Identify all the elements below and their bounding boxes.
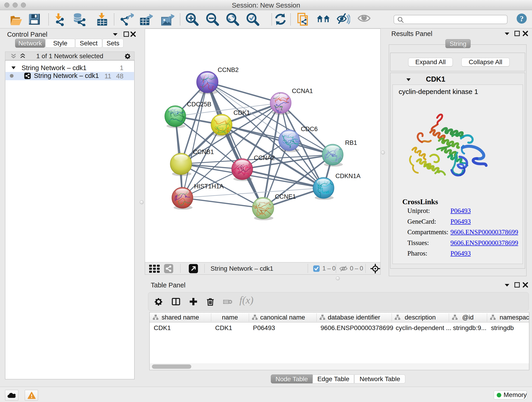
column-type-icon <box>490 314 496 320</box>
control-panel-menu-icon[interactable] <box>112 32 119 37</box>
hide-selected-icon[interactable] <box>336 12 350 26</box>
open-view-icon[interactable] <box>189 264 198 273</box>
crosslinks-title: CrossLinks <box>402 198 438 206</box>
help-button[interactable]: ? <box>516 13 527 24</box>
export-network-icon[interactable] <box>120 12 134 26</box>
node-CDC25B[interactable] <box>165 105 192 128</box>
network-list: String Network – cdk1 1 String Network –… <box>5 60 134 379</box>
tab-network[interactable]: Network <box>15 39 45 48</box>
tab-node-table[interactable]: Node Table <box>271 375 312 383</box>
crosslink-link[interactable]: P06493 <box>450 249 471 257</box>
column-header-shared-name[interactable]: shared name <box>150 314 211 321</box>
collapse-all-button[interactable]: Collapse All <box>462 58 510 66</box>
cell-shared-name: CDK1 <box>154 324 171 332</box>
tab-style[interactable]: Style <box>45 39 75 48</box>
edge-CCNE1-HIST1H1A[interactable] <box>182 198 263 208</box>
search-input[interactable] <box>407 16 503 23</box>
function-builder-icon[interactable]: f(x) <box>239 294 253 306</box>
node-label-CCNB2: CCNB2 <box>218 66 239 73</box>
delete-column-icon[interactable] <box>206 297 215 306</box>
crosslink-link[interactable]: 9606.ENSP00000378699 <box>450 239 518 247</box>
node-CCNA2[interactable] <box>232 159 254 181</box>
add-column-icon[interactable] <box>189 297 198 306</box>
import-network-database-icon[interactable] <box>72 12 86 26</box>
network-selection-summary: 1 of 1 Network selected <box>5 52 134 60</box>
grid-mode-icon[interactable] <box>149 264 160 273</box>
control-panel-close-icon[interactable] <box>130 31 136 37</box>
home-icon[interactable] <box>317 12 330 26</box>
crosslink-link[interactable]: P06493 <box>450 218 471 225</box>
zoom-out-icon[interactable] <box>206 12 219 26</box>
export-table-icon[interactable] <box>139 12 153 26</box>
control-panel: Control Panel NetworkStyleSelectSets 1 o… <box>2 29 137 382</box>
search-box <box>394 15 507 24</box>
cell-description: cyclin-dependent ... <box>396 324 451 332</box>
copy-style-icon[interactable] <box>297 12 310 26</box>
column-type-icon <box>319 314 326 320</box>
network-view[interactable]: CCNB2CCNA1CDC25BCDK1CDC6RB1CCNB1CCNA2CDK… <box>145 29 380 262</box>
gene-expander-icon[interactable] <box>406 78 411 82</box>
save-session-icon[interactable] <box>27 12 41 26</box>
cloud-button[interactable] <box>5 390 18 401</box>
warning-button[interactable] <box>25 390 38 401</box>
tab-edge-table[interactable]: Edge Table <box>313 375 354 383</box>
first-neighbors-icon[interactable] <box>273 12 287 26</box>
network-name: String Network – cdk1 <box>34 72 99 80</box>
tab-select[interactable]: Select <box>75 39 102 48</box>
zoom-selected-icon[interactable] <box>246 12 260 26</box>
crosslink-link[interactable]: 9606.ENSP00000378699 <box>450 228 518 236</box>
network-row[interactable]: String Network – cdk1 11 48 <box>6 72 134 80</box>
gene-section-header[interactable]: CDK1 <box>390 73 525 85</box>
cell--id: stringdb:9... <box>453 324 486 332</box>
left-splitter-handle[interactable] <box>140 200 144 204</box>
zoom-in-icon[interactable] <box>185 12 199 26</box>
table-panel-close-icon[interactable] <box>522 282 528 288</box>
node-RB1[interactable] <box>322 144 352 167</box>
table-panel-float-icon[interactable] <box>514 282 520 288</box>
import-table-icon[interactable] <box>95 12 109 26</box>
node-CDC6[interactable] <box>279 130 302 152</box>
column-header-database-identifier[interactable]: database identifier <box>317 314 392 321</box>
birdseye-icon[interactable] <box>370 264 380 274</box>
node-HIST1H1A[interactable] <box>172 187 195 210</box>
results-panel-float-icon[interactable] <box>514 31 520 36</box>
open-session-icon[interactable] <box>9 12 23 26</box>
node-label-CCNE1: CCNE1 <box>275 193 296 200</box>
column-header-canonical-name[interactable]: canonical name <box>249 314 317 321</box>
bottom-splitter-handle[interactable] <box>336 276 340 280</box>
column-type-icon <box>252 314 258 320</box>
gene-description: cyclin-dependent kinase 1 <box>399 88 478 96</box>
edge-CCNB2-HIST1H1A[interactable] <box>182 82 207 198</box>
show-all-icon[interactable] <box>357 12 371 26</box>
tab-network-table[interactable]: Network Table <box>355 375 405 383</box>
export-image-icon[interactable] <box>161 12 174 26</box>
node-CDKN1A[interactable] <box>313 177 343 200</box>
toolbar-divider <box>272 13 272 26</box>
table-hscrollbar-thumb[interactable] <box>152 364 191 369</box>
network-collection-row[interactable]: String Network – cdk1 1 <box>6 64 134 72</box>
control-panel-float-icon[interactable] <box>123 31 129 37</box>
view-mode-share-icon[interactable] <box>164 264 173 273</box>
memory-button[interactable]: Memory <box>494 390 527 400</box>
zoom-fit-icon[interactable] <box>226 12 239 26</box>
crosslink-label: Tissues: <box>407 239 429 247</box>
crosslink-link[interactable]: P06493 <box>450 207 471 215</box>
column-header-name[interactable]: name <box>211 314 249 321</box>
results-panel-close-icon[interactable] <box>522 31 528 36</box>
results-panel-menu-icon[interactable] <box>504 32 510 36</box>
collection-expander-icon[interactable] <box>11 66 16 70</box>
tab-string[interactable]: String <box>445 39 471 48</box>
right-splitter-handle[interactable] <box>381 151 385 154</box>
tab-sets[interactable]: Sets <box>102 39 123 48</box>
split-columns-icon[interactable] <box>171 297 181 306</box>
import-network-file-icon[interactable] <box>52 12 66 26</box>
expand-all-button[interactable]: Expand All <box>408 58 453 66</box>
node-CCNB1[interactable] <box>170 153 192 176</box>
table-header: shared namenamecanonical namedatabase id… <box>150 313 529 322</box>
toolbar-divider <box>114 13 114 26</box>
gear-icon[interactable] <box>154 297 163 306</box>
node-CCNA1[interactable] <box>270 92 296 117</box>
table-panel-menu-icon[interactable] <box>504 283 510 287</box>
crosslink-label: Compartments: <box>407 228 448 236</box>
network-list-options-icon[interactable] <box>124 53 131 60</box>
